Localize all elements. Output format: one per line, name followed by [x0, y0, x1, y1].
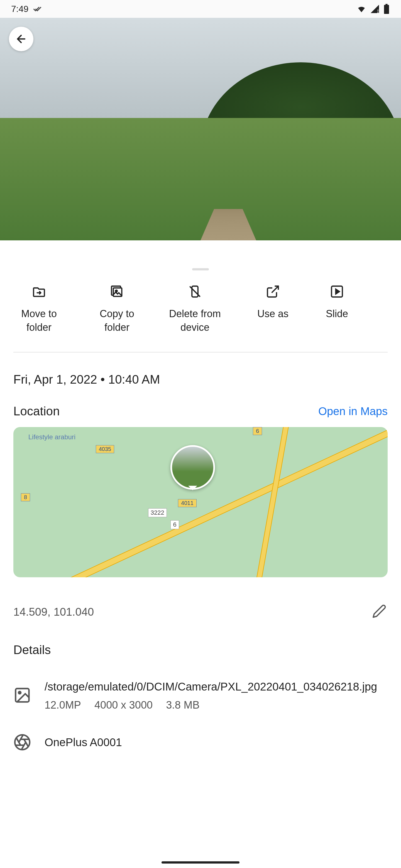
- map-shield: 8: [21, 493, 30, 501]
- aperture-icon: [13, 733, 31, 751]
- copy-to-folder-action[interactable]: Copy to folder: [78, 284, 156, 334]
- use-as-action[interactable]: Use as: [234, 284, 312, 334]
- delete-from-device-action[interactable]: Delete from device: [156, 284, 234, 334]
- file-size: 3.8 MB: [166, 699, 199, 711]
- location-coordinates: 14.509, 101.040: [13, 606, 94, 618]
- drag-handle[interactable]: [192, 268, 209, 271]
- image-icon: [13, 686, 31, 704]
- map-shield: 4011: [178, 499, 197, 507]
- device-remove-icon: [187, 284, 203, 299]
- nav-home-indicator[interactable]: [162, 861, 239, 864]
- move-to-folder-action[interactable]: Move to folder: [0, 284, 78, 334]
- action-label: Use as: [257, 307, 288, 321]
- action-label: Slide: [326, 307, 348, 321]
- photo-timestamp: Fri, Apr 1, 2022 • 10:40 AM: [0, 352, 401, 386]
- location-map[interactable]: Lifestyle araburi 4035 8 4011 6 3222 6: [13, 427, 388, 577]
- pencil-icon: [372, 604, 386, 618]
- map-road-label: 3222: [148, 508, 167, 517]
- details-title: Details: [0, 620, 401, 657]
- svg-rect-3: [385, 4, 388, 5]
- signal-icon: [370, 4, 380, 14]
- svg-rect-2: [384, 5, 389, 14]
- open-in-maps-link[interactable]: Open in Maps: [318, 405, 388, 417]
- action-row[interactable]: Move to folder Copy to folder Delete fro…: [0, 279, 401, 339]
- map-road-label: 6: [170, 520, 179, 529]
- detail-file-row: /storage/emulated/0/DCIM/Camera/PXL_2022…: [0, 657, 401, 711]
- file-megapixels: 12.0MP: [45, 699, 81, 711]
- edit-location-button[interactable]: [372, 604, 388, 620]
- location-title: Location: [13, 404, 60, 418]
- camera-model: OnePlus A0001: [45, 735, 388, 750]
- slideshow-icon: [329, 284, 345, 299]
- map-shield: 4035: [96, 445, 114, 453]
- arrow-left-icon: [15, 33, 27, 45]
- open-external-icon: [265, 284, 281, 299]
- map-shield: 6: [253, 427, 262, 435]
- wifi-icon: [356, 4, 367, 14]
- image-copy-icon: [109, 284, 125, 299]
- checkmark-icon: [33, 4, 42, 13]
- slideshow-action[interactable]: Slide: [312, 284, 362, 334]
- folder-move-icon: [31, 284, 47, 299]
- status-bar: 7:49: [0, 0, 401, 18]
- status-time: 7:49: [11, 4, 28, 14]
- action-label: Move to folder: [21, 307, 57, 334]
- battery-icon: [383, 4, 390, 14]
- file-path: /storage/emulated/0/DCIM/Camera/PXL_2022…: [45, 679, 388, 694]
- action-label: Delete from device: [169, 307, 221, 334]
- map-photo-pin: [170, 445, 215, 490]
- info-sheet: Move to folder Copy to folder Delete fro…: [0, 261, 401, 868]
- back-button[interactable]: [9, 27, 33, 51]
- status-icons: [356, 4, 390, 14]
- photo-hero[interactable]: [0, 18, 401, 240]
- svg-rect-1: [378, 10, 378, 13]
- file-dimensions: 4000 x 3000: [94, 699, 152, 711]
- map-poi-label: Lifestyle araburi: [28, 433, 76, 441]
- detail-camera-row: OnePlus A0001: [0, 711, 401, 751]
- action-label: Copy to folder: [100, 307, 134, 334]
- svg-point-9: [19, 691, 21, 693]
